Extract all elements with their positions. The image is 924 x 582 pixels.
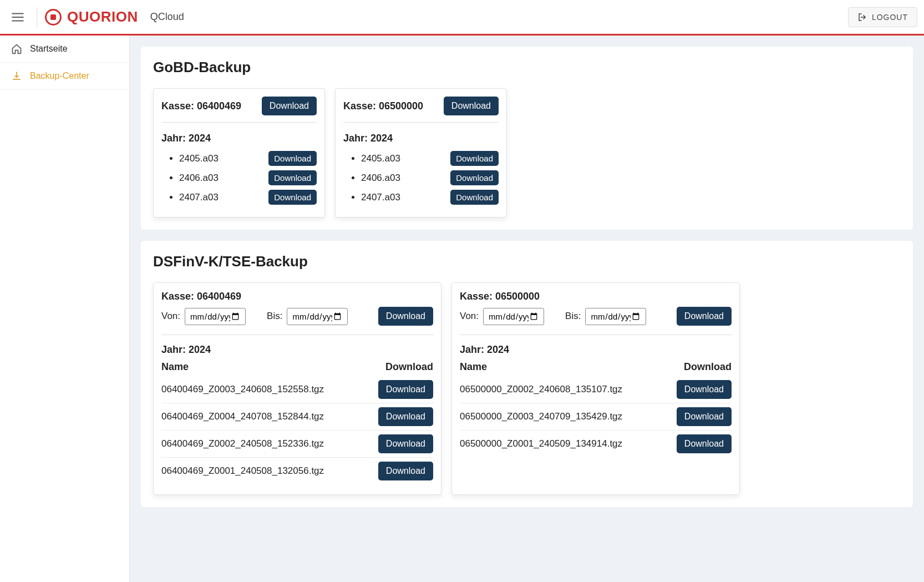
download-file-button[interactable]: Download [268, 170, 317, 185]
file-name: 2407.a03 [179, 192, 219, 203]
bis-date-input[interactable] [287, 308, 348, 325]
download-file-button[interactable]: Download [450, 151, 499, 166]
kasse-label: Kasse: 06500000 [343, 100, 423, 112]
file-item: 2407.a03Download [361, 188, 499, 207]
file-name: 06400469_Z0001_240508_132056.tgz [161, 465, 324, 477]
table-header: NameDownload [161, 361, 433, 373]
logo-mark-icon [45, 9, 62, 26]
col-name: Name [161, 361, 189, 373]
von-label: Von: [460, 311, 479, 322]
card-header: Kasse: 06400469Download [161, 97, 317, 123]
download-icon [11, 70, 22, 82]
divider [161, 335, 433, 335]
table-row: 06400469_Z0003_240608_152558.tgzDownload [161, 376, 433, 403]
download-range-button[interactable]: Download [677, 307, 732, 326]
file-name: 06400469_Z0003_240608_152558.tgz [161, 384, 324, 395]
file-name: 2405.a03 [361, 153, 400, 164]
logo-area: QUORION QCloud [45, 8, 184, 26]
topbar: QUORION QCloud LOGOUT [0, 0, 924, 36]
sidebar: Startseite Backup-Center [0, 36, 130, 582]
table-header: NameDownload [460, 361, 732, 373]
logout-button[interactable]: LOGOUT [848, 7, 917, 27]
year-label: Jahr: 2024 [343, 133, 499, 144]
table-row: 06400469_Z0001_240508_132056.tgzDownload [161, 458, 433, 484]
card-header: Kasse: 06500000Download [343, 97, 499, 123]
date-range-row: Von:Bis:Download [460, 307, 732, 326]
vertical-separator [37, 7, 37, 27]
download-kasse-button[interactable]: Download [262, 97, 317, 115]
von-date-input[interactable] [483, 308, 544, 325]
year-label: Jahr: 2024 [161, 133, 317, 144]
kasse-label: Kasse: 06400469 [161, 291, 433, 302]
file-name: 06500000_Z0001_240509_134914.tgz [460, 438, 622, 449]
download-file-button[interactable]: Download [677, 380, 732, 399]
sidebar-item-label: Startseite [30, 44, 68, 54]
dsfinv-kasse-card: Kasse: 06500000Von:Bis:DownloadJahr: 202… [451, 282, 740, 495]
download-file-button[interactable]: Download [378, 380, 433, 399]
file-item: 2406.a03Download [361, 168, 499, 188]
download-file-button[interactable]: Download [450, 190, 499, 205]
brand-name: QUORION [67, 8, 138, 26]
download-range-button[interactable]: Download [378, 307, 433, 326]
download-file-button[interactable]: Download [450, 170, 499, 185]
file-item: 2406.a03Download [179, 168, 317, 188]
file-list: 2405.a03Download2406.a03Download2407.a03… [161, 149, 317, 207]
menu-toggle-button[interactable] [7, 6, 29, 28]
table-row: 06500000_Z0002_240608_135107.tgzDownload [460, 376, 732, 403]
col-download: Download [385, 361, 433, 373]
file-item: 2407.a03Download [179, 188, 317, 207]
gobd-kasse-card: Kasse: 06400469DownloadJahr: 20242405.a0… [153, 88, 325, 217]
download-file-button[interactable]: Download [378, 462, 433, 480]
sidebar-item-startseite[interactable]: Startseite [0, 36, 129, 63]
divider [460, 335, 732, 335]
table-row: 06400469_Z0002_240508_152336.tgzDownload [161, 431, 433, 458]
logout-label: LOGOUT [872, 13, 908, 22]
dsfinv-panel: DSFinV-K/TSE-Backup Kasse: 06400469Von:B… [141, 241, 913, 507]
home-icon [11, 43, 22, 54]
col-name: Name [460, 361, 487, 373]
bis-label: Bis: [565, 311, 581, 322]
sidebar-item-label: Backup-Center [30, 71, 89, 81]
file-name: 2405.a03 [179, 153, 219, 164]
year-label: Jahr: 2024 [460, 344, 732, 356]
kasse-label: Kasse: 06500000 [460, 291, 732, 302]
von-label: Von: [161, 311, 180, 322]
dsfinv-kasse-card: Kasse: 06400469Von:Bis:DownloadJahr: 202… [153, 282, 441, 495]
gobd-panel: GoBD-Backup Kasse: 06400469DownloadJahr:… [141, 47, 913, 230]
gobd-kasse-card: Kasse: 06500000DownloadJahr: 20242405.a0… [335, 88, 507, 217]
download-file-button[interactable]: Download [378, 407, 433, 426]
file-name: 06500000_Z0003_240709_135429.tgz [460, 411, 622, 422]
file-name: 2407.a03 [361, 192, 400, 203]
download-kasse-button[interactable]: Download [444, 97, 499, 115]
download-file-button[interactable]: Download [268, 151, 317, 166]
file-name: 06400469_Z0002_240508_152336.tgz [161, 438, 324, 449]
file-name: 06400469_Z0004_240708_152844.tgz [161, 411, 324, 422]
file-list: 2405.a03Download2406.a03Download2407.a03… [343, 149, 499, 207]
download-file-button[interactable]: Download [677, 434, 732, 453]
file-name: 2406.a03 [361, 173, 400, 184]
von-date-input[interactable] [185, 308, 246, 325]
download-file-button[interactable]: Download [378, 434, 433, 453]
table-row: 06500000_Z0001_240509_134914.tgzDownload [460, 431, 732, 457]
main-content: GoBD-Backup Kasse: 06400469DownloadJahr:… [130, 36, 924, 582]
sidebar-item-backup-center[interactable]: Backup-Center [0, 63, 129, 90]
date-range-row: Von:Bis:Download [161, 307, 433, 326]
hamburger-icon [11, 10, 25, 24]
download-file-button[interactable]: Download [268, 190, 317, 205]
product-name: QCloud [150, 11, 184, 23]
file-name: 2406.a03 [179, 173, 219, 184]
download-file-button[interactable]: Download [677, 407, 732, 426]
logout-icon [857, 12, 867, 22]
gobd-title: GoBD-Backup [153, 59, 901, 76]
file-name: 06500000_Z0002_240608_135107.tgz [460, 384, 622, 395]
dsfinv-title: DSFinV-K/TSE-Backup [153, 253, 901, 270]
table-row: 06500000_Z0003_240709_135429.tgzDownload [460, 403, 732, 431]
kasse-label: Kasse: 06400469 [161, 100, 241, 112]
bis-label: Bis: [267, 311, 282, 322]
file-item: 2405.a03Download [179, 149, 317, 168]
year-label: Jahr: 2024 [161, 344, 433, 356]
file-item: 2405.a03Download [361, 149, 499, 168]
col-download: Download [684, 361, 732, 373]
bis-date-input[interactable] [585, 308, 646, 325]
table-row: 06400469_Z0004_240708_152844.tgzDownload [161, 403, 433, 431]
